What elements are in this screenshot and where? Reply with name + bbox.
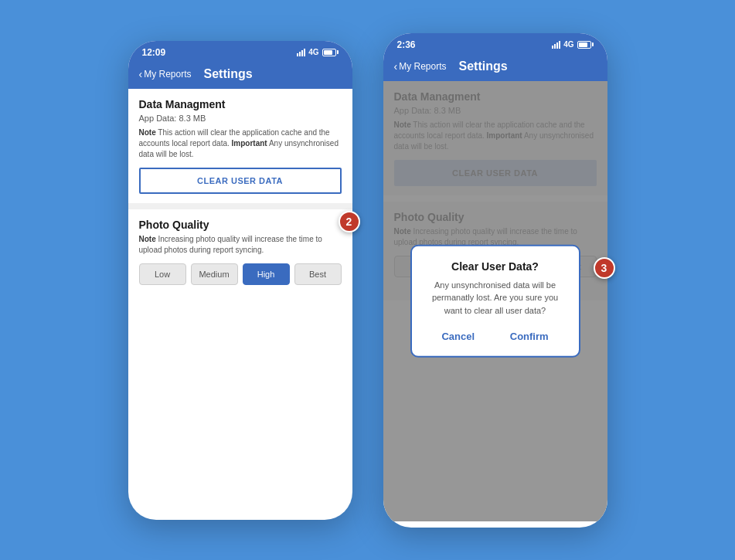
back-label-left: My Reports	[144, 69, 191, 80]
modal-title: Clear User Data?	[424, 260, 567, 272]
quality-low-left[interactable]: Low	[139, 263, 186, 285]
phone-left-wrapper: 12:09 4G	[128, 41, 352, 520]
modal-confirm-button[interactable]: Confirm	[501, 328, 558, 345]
back-label-right: My Reports	[399, 61, 446, 72]
quality-buttons-left: Low Medium High Best	[139, 263, 342, 285]
dm-note-prefix-left: Note	[139, 128, 156, 137]
pq-note-prefix-left: Note	[139, 235, 156, 243]
signal-icon-right	[552, 41, 560, 49]
photo-quality-section-left: Photo Quality Note Increasing photo qual…	[128, 209, 352, 294]
back-chevron-right: ‹	[394, 60, 398, 73]
back-chevron-left: ‹	[139, 68, 143, 80]
nav-bar-right: ‹ My Reports Settings	[383, 53, 607, 81]
status-bar-right: 2:36 4G	[383, 33, 607, 53]
battery-icon-right	[577, 41, 594, 49]
dm-title-left: Data Managment	[139, 98, 342, 110]
time-right: 2:36	[397, 39, 416, 50]
phone-right: 2:36 4G ‹	[383, 33, 607, 528]
modal-cancel-button[interactable]: Cancel	[432, 328, 484, 345]
pq-note-left: Note Increasing photo quality will incre…	[139, 234, 342, 256]
quality-medium-left[interactable]: Medium	[191, 263, 238, 285]
dm-subtitle-left: App Data: 8.3 MB	[139, 114, 342, 123]
step-badge-3: 3	[594, 257, 615, 279]
quality-high-left[interactable]: High	[243, 263, 290, 285]
modal-actions: Cancel Confirm	[424, 328, 567, 345]
status-icons-left: 4G	[297, 48, 338, 56]
step-badge-2: 2	[339, 211, 360, 232]
back-button-left[interactable]: ‹ My Reports	[139, 68, 192, 80]
battery-icon-left	[322, 49, 339, 56]
time-left: 12:09	[142, 47, 166, 58]
network-right: 4G	[563, 40, 573, 49]
status-icons-right: 4G	[552, 40, 593, 49]
nav-title-left: Settings	[204, 67, 253, 81]
nav-bar-left: ‹ My Reports Settings	[128, 61, 352, 89]
clear-user-data-button-left[interactable]: CLEAR USER DATA	[139, 168, 342, 194]
nav-title-right: Settings	[459, 59, 508, 73]
quality-best-left[interactable]: Best	[294, 263, 342, 285]
pq-note-body-left: Increasing photo quality will increase t…	[139, 235, 322, 254]
clear-user-data-modal: Clear User Data? Any unsynchronised data…	[410, 244, 580, 358]
network-left: 4G	[308, 48, 318, 56]
dm-note-left: Note This action will clear the applicat…	[139, 127, 342, 160]
pq-title-left: Photo Quality	[139, 219, 342, 231]
phone-left: 12:09 4G	[128, 41, 352, 520]
modal-body: Any unsynchronised data will be permanat…	[424, 278, 567, 317]
phone-right-wrapper: 2:36 4G ‹	[383, 33, 607, 528]
back-button-right[interactable]: ‹ My Reports	[394, 60, 447, 73]
main-container: 12:09 4G	[128, 33, 607, 528]
data-management-section-left: Data Managment App Data: 8.3 MB Note Thi…	[128, 89, 352, 203]
screen-left: Data Managment App Data: 8.3 MB Note Thi…	[128, 89, 352, 294]
dm-note-bold-left: Important	[232, 139, 267, 148]
signal-icon-left	[297, 49, 305, 56]
screen-right: Data Managment App Data: 8.3 MB Note Thi…	[383, 81, 607, 521]
status-bar-left: 12:09 4G	[128, 41, 352, 61]
